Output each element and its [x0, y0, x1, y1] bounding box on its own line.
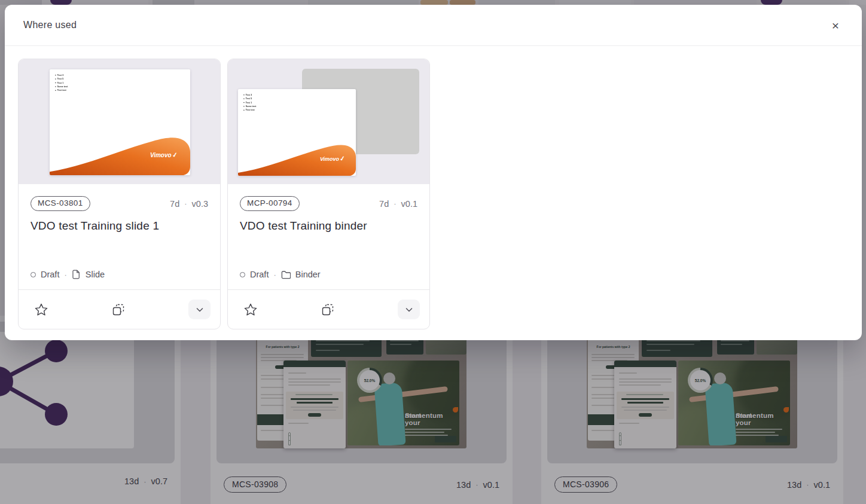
slide-document-icon — [72, 270, 81, 279]
modal-title: Where used — [23, 20, 77, 30]
bullet-line: Test 3 — [243, 94, 356, 96]
duplicate-button[interactable] — [321, 303, 335, 317]
bullet-marker — [243, 110, 244, 111]
meta-separator: · — [184, 199, 187, 208]
bullet-marker — [55, 79, 56, 80]
card-code-badge: MCS-03801 — [31, 196, 90, 211]
bullet-text: Test 1 — [57, 82, 64, 84]
slide-bullet-list: Test 3 Test 5 Test 1 Some text Test text — [55, 74, 190, 93]
badge-row: MCP-00794 7d · v0.1 — [240, 196, 417, 211]
vimovo-logo: Vimovo✓ — [320, 154, 345, 162]
bullet-text: Test 5 — [246, 97, 252, 99]
bullet-marker — [55, 86, 56, 87]
card-age: 7d — [170, 199, 179, 209]
bullet-text: Test text — [57, 90, 66, 91]
bullet-line: Test 5 — [55, 78, 190, 80]
expand-menu-button[interactable] — [188, 300, 211, 319]
badge-row: MCS-03801 7d · v0.3 — [31, 196, 208, 211]
bullet-text: Test 3 — [246, 94, 252, 96]
status-label: Draft — [41, 270, 59, 279]
bullet-text: Test 1 — [246, 102, 252, 103]
close-icon[interactable]: × — [827, 17, 844, 33]
card-info: MCP-00794 7d · v0.1 VDO test Training bi… — [228, 184, 429, 289]
type-label: Binder — [295, 270, 321, 279]
bullet-marker — [243, 106, 244, 106]
card-version: v0.1 — [401, 199, 417, 209]
status-row: Draft · Slide — [31, 270, 208, 279]
bullet-text: Test 5 — [57, 78, 64, 80]
slide-thumbnail-area: Test 3 Test 5 Test 1 Some text Test text — [19, 59, 220, 184]
duplicate-icon — [321, 303, 335, 317]
chevron-down-icon — [404, 305, 414, 314]
expand-menu-button[interactable] — [398, 300, 420, 319]
bullet-marker — [55, 75, 56, 75]
star-icon — [35, 303, 48, 316]
favorite-star-button[interactable] — [244, 303, 257, 316]
card-code-badge: MCP-00794 — [240, 196, 300, 211]
bullet-text: Some text — [246, 105, 257, 107]
vimovo-logo-text: Vimovo — [150, 152, 172, 158]
modal-body: Test 3 Test 5 Test 1 Some text Test text — [5, 46, 862, 340]
card-age: 7d — [379, 199, 389, 209]
bullet-marker — [243, 94, 244, 95]
bullet-marker — [55, 83, 56, 83]
bullet-line: Test text — [243, 109, 356, 111]
vimovo-wing-icon: ✓ — [339, 154, 346, 163]
meta-separator: · — [394, 199, 396, 208]
draft-status-icon — [240, 272, 245, 277]
card-actions — [228, 290, 429, 329]
screen: 13d · v0.7 For patients with type 2 — [0, 0, 866, 504]
meta-separator: · — [273, 270, 276, 279]
bullet-line: Test 5 — [243, 97, 356, 99]
card-info: MCS-03801 7d · v0.3 VDO test Training sl… — [19, 184, 220, 289]
vimovo-logo-text: Vimovo — [320, 156, 339, 162]
card-title: VDO test Training slide 1 — [31, 219, 208, 233]
vimovo-wing-icon: ✓ — [172, 151, 178, 159]
card-meta: 7d · v0.1 — [379, 199, 417, 209]
vimovo-logo: Vimovo✓ — [150, 151, 178, 158]
chevron-down-icon — [195, 305, 205, 314]
bullet-marker — [243, 102, 244, 103]
slide-preview: Test 3 Test 5 Test 1 Some text Test text — [50, 69, 190, 175]
draft-status-icon — [31, 272, 36, 277]
card-meta: 7d · v0.3 — [170, 199, 208, 209]
where-used-modal: Where used × Test 3 Test 5 Test 1 Some t… — [5, 5, 862, 340]
duplicate-button[interactable] — [111, 303, 126, 317]
modal-header: Where used × — [5, 5, 862, 46]
favorite-star-button[interactable] — [35, 303, 48, 316]
status-row: Draft · Binder — [240, 270, 417, 279]
bullet-marker — [55, 90, 56, 91]
bullet-line: Test 1 — [55, 82, 190, 84]
bullet-text: Test text — [246, 109, 255, 111]
binder-folder-icon — [281, 270, 291, 279]
card-actions — [19, 290, 220, 329]
bullet-text: Test 3 — [57, 74, 64, 76]
meta-separator: · — [64, 270, 66, 279]
duplicate-icon — [111, 303, 126, 317]
card-title: VDO test Training binder — [240, 219, 417, 233]
slide-preview: Test 3 Test 5 Test 1 Some text Test text — [238, 89, 356, 176]
status-label: Draft — [250, 270, 269, 279]
bullet-line: Test 3 — [55, 74, 190, 76]
bullet-text: Some text — [57, 85, 68, 87]
star-icon — [244, 303, 257, 316]
bullet-marker — [243, 99, 244, 99]
where-used-card-slide[interactable]: Test 3 Test 5 Test 1 Some text Test text — [18, 59, 221, 329]
where-used-card-binder[interactable]: Test 3 Test 5 Test 1 Some text Test text — [227, 59, 430, 329]
bullet-line: Some text — [243, 105, 356, 107]
card-version: v0.3 — [192, 199, 208, 209]
bullet-line: Some text — [55, 85, 190, 87]
slide-bullet-list: Test 3 Test 5 Test 1 Some text Test text — [243, 94, 356, 113]
bullet-line: Test text — [55, 90, 190, 91]
binder-thumbnail-area: Test 3 Test 5 Test 1 Some text Test text — [228, 59, 429, 184]
type-label: Slide — [86, 270, 105, 279]
bullet-line: Test 1 — [243, 102, 356, 103]
